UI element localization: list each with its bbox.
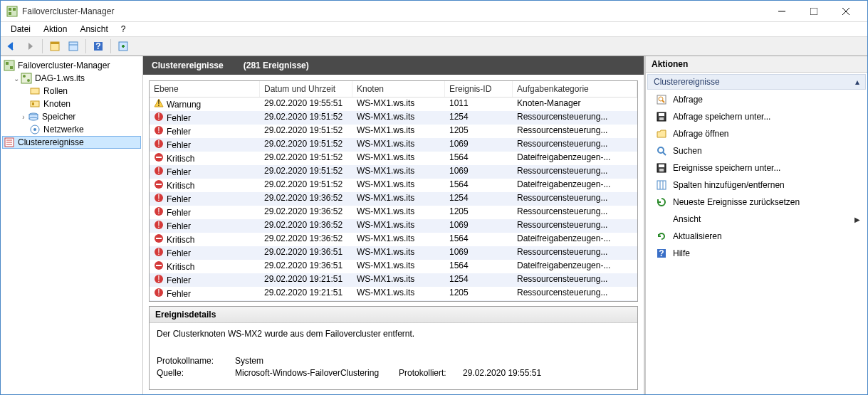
cell-level: !Fehler <box>150 125 260 138</box>
action-search[interactable]: Suchen <box>647 142 866 159</box>
svg-text:?: ? <box>659 248 664 258</box>
cell-node: WS-MX1.ws.its <box>352 152 445 165</box>
tree-cluster[interactable]: ⌄ DAG-1.ws.its <box>2 72 141 85</box>
event-row[interactable]: !Fehler29.02.2020 19:36:52WS-MX1.ws.its1… <box>150 219 637 233</box>
expander-icon[interactable]: › <box>19 113 28 121</box>
action-open-query-label: Abfrage öffnen <box>673 129 729 139</box>
tree-networks[interactable]: Netzwerke <box>2 123 141 136</box>
separator <box>110 39 111 53</box>
properties-button[interactable] <box>66 38 81 54</box>
action-query[interactable]: Abfrage <box>647 91 866 108</box>
tree-roles[interactable]: Rollen <box>2 85 141 98</box>
collapse-icon[interactable]: ▴ <box>855 77 859 87</box>
event-rows[interactable]: !Warnung29.02.2020 19:55:51WS-MX1.ws.its… <box>150 98 637 301</box>
cell-eventid: 1254 <box>445 273 513 287</box>
event-row[interactable]: !Fehler29.02.2020 19:36:51WS-MX1.ws.its1… <box>150 246 637 260</box>
level-icon <box>154 152 164 164</box>
action-save-query[interactable]: Abfrage speichern unter... <box>647 108 866 125</box>
level-icon: ! <box>154 125 164 137</box>
expander-icon[interactable]: ⌄ <box>12 75 21 83</box>
back-button[interactable] <box>4 38 19 54</box>
tree-storage[interactable]: › Speicher <box>2 110 141 123</box>
tree-events[interactable]: Clusterereignisse <box>2 136 141 149</box>
actions-section[interactable]: Clusterereignisse ▴ <box>647 74 866 90</box>
level-icon: ! <box>154 274 164 286</box>
cell-eventid: 1069 <box>445 165 513 179</box>
event-row[interactable]: !Fehler29.02.2020 19:51:52WS-MX1.ws.its1… <box>150 125 637 138</box>
event-row[interactable]: !Fehler29.02.2020 19:51:52WS-MX1.ws.its1… <box>150 111 637 125</box>
event-row[interactable]: !Fehler29.02.2020 19:21:51WS-MX1.ws.its1… <box>150 300 637 301</box>
event-row[interactable]: !Fehler29.02.2020 19:36:52WS-MX1.ws.its1… <box>150 192 637 206</box>
cell-taskcat: Ressourcensteuerung... <box>513 165 637 179</box>
action-help[interactable]: ? Hilfe <box>647 245 866 262</box>
cell-node: WS-MX1.ws.its <box>352 192 445 206</box>
svg-rect-68 <box>659 113 664 116</box>
event-row[interactable]: Kritisch29.02.2020 19:36:52WS-MX1.ws.its… <box>150 233 637 246</box>
svg-text:?: ? <box>95 41 100 51</box>
svg-rect-45 <box>156 184 162 185</box>
maximize-button[interactable] <box>798 1 830 21</box>
action-save-events[interactable]: Ereignisse speichern unter... <box>647 159 866 177</box>
logged-label: Protokolliert: <box>399 368 463 378</box>
close-button[interactable] <box>830 1 862 21</box>
menu-file[interactable]: Datei <box>5 23 36 36</box>
event-row[interactable]: !Fehler29.02.2020 19:51:52WS-MX1.ws.its1… <box>150 165 637 179</box>
action-columns[interactable]: Spalten hinzufügen/entfernen <box>647 177 866 194</box>
cluster-icon <box>21 73 32 84</box>
menu-help[interactable]: ? <box>115 23 132 36</box>
nav-tree[interactable]: Failovercluster-Manager ⌄ DAG-1.ws.its R… <box>1 56 143 395</box>
menu-view[interactable]: Ansicht <box>74 23 113 36</box>
col-eventid[interactable]: Ereignis-ID <box>445 81 513 97</box>
columns-icon <box>656 179 667 191</box>
action-reset[interactable]: Neueste Ereignisse zurücksetzen <box>647 194 866 211</box>
help-button[interactable]: ? <box>90 38 106 54</box>
minimize-button[interactable] <box>765 1 798 21</box>
cell-datetime: 29.02.2020 19:51:52 <box>260 125 352 138</box>
svg-text:!: ! <box>157 166 160 176</box>
event-row[interactable]: !Fehler29.02.2020 19:36:52WS-MX1.ws.its1… <box>150 206 637 219</box>
col-datetime[interactable]: Datum und Uhrzeit <box>260 81 352 97</box>
svg-rect-73 <box>659 164 664 167</box>
cell-taskcat: Ressourcensteuerung... <box>513 111 637 125</box>
tree-storage-label: Speicher <box>42 112 75 122</box>
level-text: Fehler <box>167 289 191 299</box>
refresh-icon <box>656 231 667 242</box>
cell-node: WS-MX1.ws.its <box>352 219 445 233</box>
cell-node: WS-MX1.ws.its <box>352 273 445 287</box>
action-reset-label: Neueste Ereignisse zurücksetzen <box>673 197 800 207</box>
event-row[interactable]: Kritisch29.02.2020 19:51:52WS-MX1.ws.its… <box>150 179 637 192</box>
cell-node: WS-MX1.ws.its <box>352 111 445 125</box>
svg-text:!: ! <box>157 125 160 135</box>
svg-rect-69 <box>659 117 664 120</box>
menu-action[interactable]: Aktion <box>38 23 73 36</box>
svg-text:!: ! <box>157 139 160 149</box>
cell-datetime: 29.02.2020 19:51:52 <box>260 179 352 192</box>
action-search-label: Suchen <box>673 146 702 156</box>
tree-nodes[interactable]: Knoten <box>2 98 141 110</box>
action-view[interactable]: Ansicht ▶ <box>647 211 866 228</box>
action-open-query[interactable]: Abfrage öffnen <box>647 125 866 142</box>
event-row[interactable]: Kritisch29.02.2020 19:51:52WS-MX1.ws.its… <box>150 152 637 165</box>
cell-node: WS-MX1.ws.its <box>352 300 445 301</box>
svg-text:!: ! <box>157 112 160 122</box>
event-row[interactable]: !Warnung29.02.2020 19:55:51WS-MX1.ws.its… <box>150 98 637 111</box>
level-icon: ! <box>154 166 164 178</box>
cell-datetime: 29.02.2020 19:51:52 <box>260 138 352 152</box>
export-button[interactable] <box>115 38 131 54</box>
col-taskcat[interactable]: Aufgabenkategorie <box>513 81 637 97</box>
blank-icon <box>656 214 667 225</box>
event-row[interactable]: !Fehler29.02.2020 19:51:52WS-MX1.ws.its1… <box>150 138 637 152</box>
tree-root[interactable]: Failovercluster-Manager <box>2 59 141 72</box>
show-hide-tree-button[interactable] <box>47 38 63 54</box>
col-level[interactable]: Ebene <box>150 81 260 97</box>
event-row[interactable]: Kritisch29.02.2020 19:36:51WS-MX1.ws.its… <box>150 260 637 273</box>
networks-icon <box>29 124 41 135</box>
event-row[interactable]: !Fehler29.02.2020 19:21:51WS-MX1.ws.its1… <box>150 273 637 287</box>
event-row[interactable]: !Fehler29.02.2020 19:21:51WS-MX1.ws.its1… <box>150 287 637 300</box>
action-refresh[interactable]: Aktualisieren <box>647 228 866 245</box>
cell-eventid: 1205 <box>445 125 513 138</box>
level-icon: ! <box>154 98 164 110</box>
svg-rect-17 <box>10 66 13 69</box>
col-node[interactable]: Knoten <box>352 81 445 97</box>
forward-button[interactable] <box>22 38 38 54</box>
